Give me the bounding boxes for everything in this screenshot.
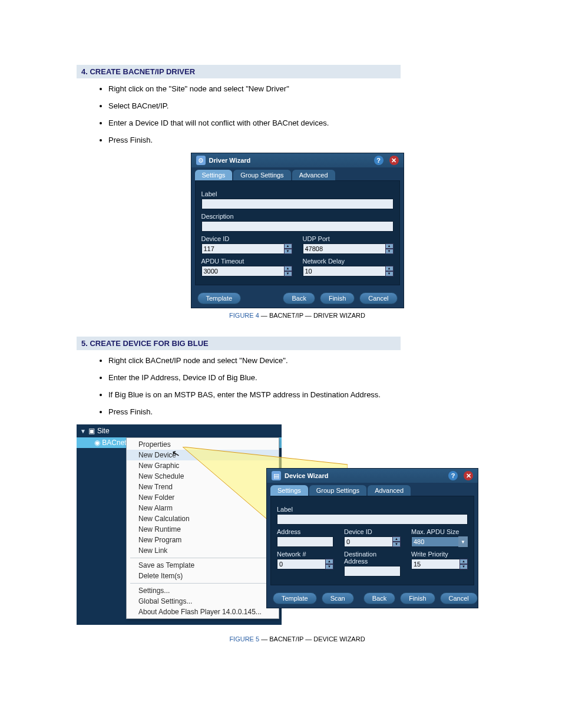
driver-wizard-dialog: ⚙ Driver Wizard ? ✕ Settings Group Setti…: [191, 153, 404, 308]
spinner-icon[interactable]: ▲▼: [284, 243, 292, 254]
bullet: Right click on the "Site" node and selec…: [108, 84, 518, 93]
spinner-icon[interactable]: ▲▼: [325, 559, 333, 569]
bullet: Select BACnet/IP.: [108, 101, 518, 110]
expand-icon[interactable]: ▼: [80, 428, 86, 434]
bullet: Press Finish.: [108, 407, 518, 416]
figure-1-caption: FIGURE 4 — BACNET/IP — DRIVER WIZARD: [77, 312, 518, 319]
bullet: If Big Blue is on an MSTP BAS, enter the…: [108, 390, 518, 399]
tab-advanced[interactable]: Advanced: [368, 485, 411, 496]
write-priority-label: Write Priority: [411, 551, 468, 558]
section-1-bullets: Right click on the "Site" node and selec…: [108, 84, 518, 144]
network-delay-input[interactable]: [303, 266, 394, 276]
tab-group-settings[interactable]: Group Settings: [233, 170, 290, 180]
template-button[interactable]: Template: [273, 592, 317, 604]
udp-port-input[interactable]: [303, 243, 394, 254]
description-input[interactable]: [201, 221, 394, 232]
dialog-title: Device Wizard: [285, 472, 329, 479]
back-button[interactable]: Back: [363, 592, 395, 604]
tree-site-node[interactable]: ▼ ▣ Site: [77, 424, 282, 437]
section-1-title: 4. CREATE BACNET/IP DRIVER: [77, 65, 401, 78]
ctx-about-flash[interactable]: About Adobe Flash Player 14.0.0.145...: [127, 607, 279, 617]
bullet: Right click BACnet/IP node and select "N…: [108, 356, 518, 365]
network-delay-label: Network Delay: [303, 258, 394, 265]
cancel-button[interactable]: Cancel: [359, 292, 397, 304]
driver-icon: ◉: [94, 439, 100, 447]
device-wizard-dialog: ▤ Device Wizard ? ✕ Settings Group Setti…: [266, 468, 478, 608]
dest-addr-input[interactable]: [344, 566, 401, 577]
device-icon: ▤: [272, 471, 281, 480]
figure-2-caption: FIGURE 5 — BACNET/IP — DEVICE WIZARD: [77, 635, 518, 643]
label-input[interactable]: [201, 199, 394, 209]
bullet: Press Finish.: [108, 136, 518, 144]
label-label: Label: [277, 506, 468, 513]
section-2-title: 5. CREATE DEVICE FOR BIG BLUE: [77, 337, 401, 350]
dialog-titlebar: ⚙ Driver Wizard ? ✕: [191, 153, 404, 167]
tab-group-settings[interactable]: Group Settings: [309, 485, 366, 496]
template-button[interactable]: Template: [197, 292, 242, 304]
address-input[interactable]: [277, 536, 333, 547]
dialog-title: Driver Wizard: [209, 157, 251, 164]
device-id-label: Device ID: [344, 528, 401, 535]
scan-button[interactable]: Scan: [322, 592, 354, 604]
address-label: Address: [277, 528, 333, 535]
spinner-icon[interactable]: ▲▼: [385, 243, 394, 254]
wizard-icon: ⚙: [196, 156, 206, 165]
help-icon[interactable]: ?: [374, 156, 384, 165]
bullet: Enter the IP Address, Device ID of Big B…: [108, 373, 518, 382]
label-label: Label: [201, 190, 394, 197]
spinner-icon[interactable]: ▲▼: [385, 266, 394, 276]
close-icon[interactable]: ✕: [389, 156, 399, 165]
section-2-bullets: Right click BACnet/IP node and select "N…: [108, 356, 518, 416]
tree-label: Site: [97, 427, 110, 435]
finish-button[interactable]: Finish: [400, 592, 435, 604]
spinner-icon[interactable]: ▲▼: [459, 559, 468, 569]
label-input[interactable]: [277, 514, 468, 525]
help-icon[interactable]: ?: [448, 471, 458, 480]
back-button[interactable]: Back: [283, 292, 315, 304]
spinner-icon[interactable]: ▲▼: [392, 536, 401, 547]
figure-2: ▼ ▣ Site ◉ BACnet/IP Properties New Devi…: [77, 424, 480, 632]
tab-settings[interactable]: Settings: [195, 170, 233, 180]
tab-advanced[interactable]: Advanced: [292, 170, 335, 180]
device-id-input[interactable]: [201, 243, 292, 254]
device-id-label: Device ID: [201, 235, 292, 242]
spinner-icon[interactable]: ▲▼: [284, 266, 292, 276]
apdu-timeout-input[interactable]: [201, 266, 292, 276]
folder-icon: ▣: [88, 427, 95, 435]
dialog-titlebar: ▤ Device Wizard ? ✕: [267, 469, 478, 483]
apdu-timeout-label: APDU Timeout: [201, 258, 292, 265]
bullet: Enter a Device ID that will not conflict…: [108, 118, 518, 127]
close-icon[interactable]: ✕: [464, 471, 473, 480]
dropdown-icon[interactable]: ▼: [458, 536, 468, 547]
max-apdu-label: Max. APDU Size: [411, 528, 468, 535]
cancel-button[interactable]: Cancel: [440, 592, 478, 604]
dest-addr-label: Destination Address: [344, 551, 401, 565]
finish-button[interactable]: Finish: [320, 292, 355, 304]
udp-port-label: UDP Port: [303, 235, 394, 242]
tab-settings[interactable]: Settings: [270, 485, 308, 496]
network-no-label: Network #: [277, 551, 333, 558]
description-label: Description: [201, 213, 394, 220]
